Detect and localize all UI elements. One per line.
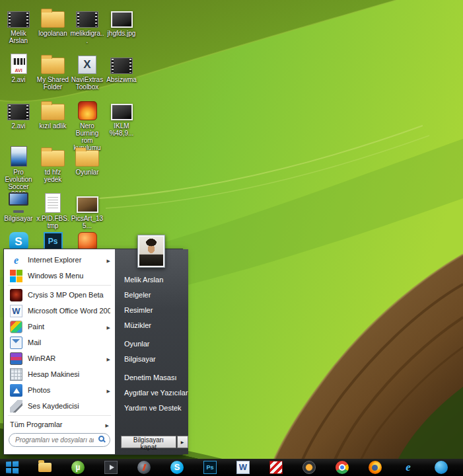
desktop-icon[interactable]: PicsArt_135... xyxy=(70,190,104,229)
start-menu-item-label: Internet Explorer xyxy=(28,256,104,264)
music-player-icon xyxy=(303,461,316,474)
desktop-icon[interactable]: IKLM %48,9... xyxy=(104,98,139,137)
desktop-icon[interactable]: Oyunlar xyxy=(70,144,104,176)
taskbar-file-explorer[interactable] xyxy=(37,460,53,475)
image-file-icon xyxy=(111,11,133,28)
word-icon xyxy=(10,305,22,317)
desktop-icon[interactable]: Bilgisayar xyxy=(1,190,36,222)
taskbar-chrome[interactable] xyxy=(334,460,350,475)
desktop-icon[interactable]: Absizwma xyxy=(104,52,139,83)
user-avatar[interactable] xyxy=(137,235,165,268)
desktop-icon-label: logolanan xyxy=(36,30,70,37)
taskbar-firefox[interactable] xyxy=(367,460,383,475)
nero-application-icon xyxy=(78,101,97,120)
taskbar-music-player[interactable] xyxy=(301,460,317,475)
start-menu-item-word[interactable]: Microsoft Office Word 2007 xyxy=(4,303,115,319)
folder-icon xyxy=(41,11,65,28)
chrome-icon xyxy=(336,461,349,474)
taskbar-photoshop[interactable] xyxy=(202,460,218,475)
start-menu-item-label: Paint xyxy=(28,323,104,331)
nero-icon xyxy=(269,461,283,474)
firefox-icon xyxy=(369,461,382,474)
taskbar-daemon-tools[interactable] xyxy=(136,460,152,475)
start-menu-link-help-support[interactable]: Yardım ve Destek xyxy=(115,401,188,416)
start-menu-item-sound-recorder[interactable]: Ses Kaydedicisi xyxy=(4,398,115,414)
sound-recorder-icon xyxy=(10,400,22,413)
start-menu-item-winrar[interactable]: WinRAR xyxy=(4,350,115,366)
folder-icon xyxy=(38,463,52,472)
taskbar-skype[interactable] xyxy=(169,460,185,475)
desktop-icon[interactable]: melikdigra... xyxy=(70,5,104,44)
image-file-icon xyxy=(77,196,98,213)
desktop-icon[interactable]: Pro Evolution Soccer 2013 xyxy=(1,144,36,198)
submenu-arrow-icon xyxy=(107,256,110,264)
start-button[interactable] xyxy=(4,460,20,475)
folder-icon xyxy=(41,150,65,167)
windows-icon xyxy=(10,270,22,282)
start-menu-item-mail[interactable]: Mail xyxy=(4,335,115,350)
taskbar-utorrent[interactable] xyxy=(70,460,86,475)
start-menu-item-photos[interactable]: Photos xyxy=(4,382,115,398)
desktop-icon[interactable]: 2.avi xyxy=(1,98,36,130)
desktop-icon[interactable]: logolanan xyxy=(36,5,70,37)
messenger-icon xyxy=(435,461,448,474)
start-menu-item-label: Hesap Makinesi xyxy=(28,370,110,378)
desktop-icon[interactable]: 2.avi xyxy=(1,52,36,83)
search-row xyxy=(9,433,110,447)
start-menu-link-games[interactable]: Oyunlar xyxy=(115,337,188,352)
start-menu-item-internet-explorer[interactable]: Internet Explorer xyxy=(4,252,115,268)
desktop-icon-label: Bilgisayar xyxy=(1,215,36,222)
desktop-icon[interactable]: jhgfds.jpg xyxy=(104,5,139,37)
desktop-icon[interactable]: Melik Arslan xyxy=(1,5,36,44)
taskbar-media-player-classic[interactable] xyxy=(103,460,119,475)
winrar-icon xyxy=(10,352,22,365)
taskbar-messenger[interactable] xyxy=(433,460,449,475)
photos-icon xyxy=(10,384,22,397)
photoshop-icon xyxy=(203,461,217,474)
start-menu-program-list: Internet Explorer Windows 8 Menu Crysis … xyxy=(4,249,115,454)
start-menu-item-paint[interactable]: Paint xyxy=(4,319,115,335)
start-menu-link-computer[interactable]: Bilgisayar xyxy=(115,352,188,367)
start-menu-item-crysis[interactable]: Crysis 3 MP Open Beta xyxy=(4,287,115,303)
shutdown-button[interactable]: Bilgisayarı kapat xyxy=(121,436,176,448)
all-programs-button[interactable]: Tüm Programlar xyxy=(4,417,115,431)
desktop-icon[interactable]: NaviExtras Toolbox xyxy=(70,52,104,91)
desktop-icon-label: Melik Arslan xyxy=(1,30,36,44)
desktop-icon[interactable]: kızıl adlik xyxy=(36,98,70,130)
start-menu-item-label: Windows 8 Menu xyxy=(28,272,110,280)
submenu-arrow-icon xyxy=(107,354,110,362)
avi-file-icon xyxy=(11,54,27,74)
start-menu-link-music[interactable]: Müzikler xyxy=(115,318,188,333)
start-menu-link-control-panel[interactable]: Denetim Masası xyxy=(115,370,188,385)
start-menu-link-devices-printers[interactable]: Aygıtlar ve Yazıcılar xyxy=(115,385,188,401)
submenu-arrow-icon xyxy=(106,420,109,428)
word-icon xyxy=(236,461,250,474)
start-menu-item-windows-8-menu[interactable]: Windows 8 Menu xyxy=(4,268,115,284)
skype-icon xyxy=(170,461,184,474)
search-input[interactable] xyxy=(9,433,110,447)
desktop-icon-label: NaviExtras Toolbox xyxy=(70,76,104,91)
desktop-icon[interactable]: My Shared Folder xyxy=(36,52,70,91)
desktop-icon[interactable]: x.PID.FBS.tmp xyxy=(36,190,70,229)
paint-icon xyxy=(10,321,22,333)
start-menu-link-pictures[interactable]: Resimler xyxy=(115,303,188,318)
desktop-icon-label: 2.avi xyxy=(1,122,36,130)
video-file-icon xyxy=(7,104,30,120)
desktop-icon[interactable]: td hfz yedek xyxy=(36,144,70,183)
desktop-icon-label: melikdigra... xyxy=(70,30,104,44)
folder-icon xyxy=(41,104,65,120)
start-menu-item-label: Microsoft Office Word 2007 xyxy=(28,307,110,315)
mail-icon xyxy=(10,337,22,349)
start-menu: Internet Explorer Windows 8 Menu Crysis … xyxy=(3,249,183,455)
taskbar-word[interactable] xyxy=(235,460,251,475)
taskbar-nero[interactable] xyxy=(268,460,284,475)
windows-logo-icon xyxy=(6,461,18,473)
start-menu-item-calculator[interactable]: Hesap Makinesi xyxy=(4,366,115,382)
calculator-icon xyxy=(10,368,22,381)
start-menu-link-documents[interactable]: Belgeler xyxy=(115,288,188,303)
shutdown-row: Bilgisayarı kapat xyxy=(121,436,188,448)
shutdown-options-button[interactable] xyxy=(177,436,188,448)
taskbar-internet-explorer[interactable] xyxy=(400,460,416,475)
taskbar xyxy=(0,459,463,476)
video-file-icon xyxy=(7,11,30,28)
